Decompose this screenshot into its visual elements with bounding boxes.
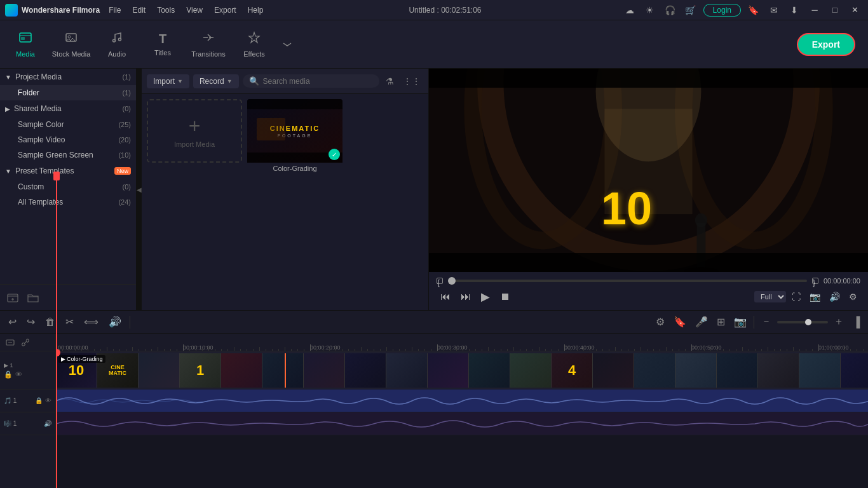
- tab-audio[interactable]: Audio: [94, 22, 140, 67]
- export-button[interactable]: Export: [797, 33, 855, 56]
- new-badge: New: [114, 167, 131, 175]
- menu-file[interactable]: File: [104, 4, 126, 16]
- audio-track-eye[interactable]: 👁: [45, 397, 51, 404]
- fullscreen-button[interactable]: ⛶: [789, 290, 804, 303]
- sidebar-item-sample-video[interactable]: Sample Video (20): [0, 132, 136, 147]
- video-track-lock[interactable]: 🔒: [4, 370, 13, 379]
- audio-track-lock[interactable]: 🔒: [35, 397, 43, 404]
- letterbox-bottom: [429, 253, 868, 272]
- video-track-eye[interactable]: 👁: [15, 370, 22, 378]
- sidebar-section-header-shared-media[interactable]: ▶ Shared Media (0): [0, 100, 136, 117]
- zoom-out-button[interactable]: －: [758, 314, 775, 330]
- search-icon: 🔍: [249, 76, 259, 86]
- cut-button[interactable]: ✂: [62, 315, 77, 329]
- tab-effects[interactable]: Effects: [231, 22, 277, 67]
- close-button[interactable]: ✕: [848, 3, 863, 18]
- audio-track[interactable]: [56, 390, 868, 412]
- menu-tools[interactable]: Tools: [152, 4, 180, 16]
- seek-handle[interactable]: [448, 277, 456, 285]
- cloud-icon[interactable]: ☁: [622, 3, 637, 18]
- sidebar-section-header-preset-templates[interactable]: ▼ Preset Templates New: [0, 163, 136, 179]
- import-button[interactable]: Import ▼: [147, 74, 189, 88]
- menu-edit[interactable]: Edit: [127, 4, 151, 16]
- import-media-placeholder[interactable]: + Import Media: [147, 99, 242, 163]
- out-point-marker[interactable]: }: [812, 278, 818, 284]
- menu-help[interactable]: Help: [243, 4, 269, 16]
- zoom-handle[interactable]: [805, 319, 811, 325]
- maximize-button[interactable]: □: [827, 3, 843, 18]
- more-tools-button[interactable]: [278, 36, 296, 53]
- headset-icon[interactable]: 🎧: [663, 3, 678, 18]
- audio2-track-number: 🎼 1: [4, 420, 17, 427]
- add-folder-icon[interactable]: [5, 290, 20, 305]
- sidebar-item-custom[interactable]: Custom (0): [0, 179, 136, 194]
- menu-view[interactable]: View: [181, 4, 208, 16]
- zoom-bar[interactable]: [777, 321, 828, 323]
- minimize-button[interactable]: ─: [807, 3, 822, 18]
- volume-button[interactable]: 🔊: [826, 290, 843, 303]
- color-grading-label: Color-Grading: [247, 163, 342, 174]
- filter-button[interactable]: ⚗: [383, 75, 397, 88]
- sidebar-item-all-templates[interactable]: All Templates (24): [0, 194, 136, 210]
- frame-7: [304, 353, 345, 388]
- import-label: Import: [153, 77, 175, 86]
- sidebar-section-project-media: ▼ Project Media (1) Folder (1): [0, 69, 136, 100]
- sidebar-item-sample-color[interactable]: Sample Color (25): [0, 117, 136, 132]
- audio-button[interactable]: 🔊: [105, 315, 125, 329]
- menu-export[interactable]: Export: [209, 4, 241, 16]
- step-back-button[interactable]: ⏮: [437, 290, 454, 304]
- search-input[interactable]: [263, 77, 373, 86]
- fit-button[interactable]: ▐: [850, 315, 863, 329]
- tab-titles[interactable]: T Titles: [140, 22, 186, 67]
- seek-track[interactable]: [448, 280, 807, 282]
- audio-track-number: 🎵 1: [4, 397, 17, 404]
- audio-track-2[interactable]: [56, 412, 868, 435]
- clip-name: Color-Grading: [67, 356, 103, 362]
- zoom-in-button[interactable]: ＋: [831, 314, 847, 330]
- camera-tl-button[interactable]: 📷: [731, 315, 750, 329]
- sidebar-collapse-handle[interactable]: ◀: [137, 69, 142, 310]
- tab-transitions[interactable]: Transitions: [186, 22, 231, 67]
- mail-icon[interactable]: ✉: [766, 3, 782, 18]
- delete-button[interactable]: 🗑: [42, 315, 58, 329]
- preview-settings: Full 1/2 1/4 ⛶ 📷 🔊 ⚙: [754, 290, 860, 303]
- link-button[interactable]: [19, 336, 32, 349]
- redo-button[interactable]: ↪: [24, 315, 38, 329]
- media-item-color-grading[interactable]: CINEMATIC FOOTAGE ✓ Color-Grading: [247, 99, 342, 305]
- bookmark-tl-button[interactable]: 🔖: [670, 315, 689, 329]
- settings-button[interactable]: ⚙: [846, 290, 860, 303]
- sidebar-item-folder[interactable]: Folder (1): [0, 85, 136, 100]
- grid-view-button[interactable]: ⋮⋮: [400, 75, 423, 88]
- bookmark-icon[interactable]: 🔖: [746, 3, 761, 18]
- sidebar-section-header-project-media[interactable]: ▼ Project Media (1): [0, 69, 136, 85]
- login-button[interactable]: Login: [703, 4, 741, 17]
- video-track[interactable]: ▶ Color-Grading 10 CINEMATIC: [56, 351, 868, 390]
- download-icon[interactable]: ⬇: [787, 3, 802, 18]
- mic-button[interactable]: 🎤: [692, 315, 711, 329]
- sidebar-item-sample-green-screen[interactable]: Sample Green Screen (10): [0, 147, 136, 163]
- stop-button[interactable]: ⏹: [496, 290, 514, 304]
- quality-select[interactable]: Full 1/2 1/4: [754, 291, 786, 302]
- titles-icon: T: [159, 32, 166, 46]
- in-point-marker[interactable]: {: [437, 278, 443, 284]
- all-templates-count: (24): [118, 198, 131, 206]
- split-button[interactable]: ⟺: [81, 315, 102, 329]
- tab-media[interactable]: Media: [3, 22, 48, 67]
- grid-tl-button[interactable]: ⊞: [714, 315, 728, 329]
- open-folder-icon[interactable]: [25, 290, 41, 305]
- cart-icon[interactable]: 🛒: [683, 3, 698, 18]
- step-forward-button[interactable]: ⏭: [457, 290, 475, 304]
- audio2-volume[interactable]: 🔊: [44, 420, 51, 427]
- snapshot-button[interactable]: 📷: [806, 290, 824, 303]
- record-button[interactable]: Record ▼: [193, 74, 239, 88]
- theme-icon[interactable]: ☀: [642, 3, 658, 18]
- tab-stock-media[interactable]: Stock Media: [48, 22, 94, 67]
- frame-16: [675, 353, 717, 388]
- frame-11: [469, 353, 510, 388]
- settings-icon-button[interactable]: ⚙: [653, 315, 668, 329]
- playback-controls: ⏮ ⏭ ▶ ⏹: [437, 288, 514, 305]
- play-button[interactable]: ▶: [477, 288, 494, 305]
- frame-number-4: 4: [568, 362, 576, 379]
- snap-button[interactable]: [4, 336, 17, 349]
- undo-button[interactable]: ↩: [5, 315, 20, 329]
